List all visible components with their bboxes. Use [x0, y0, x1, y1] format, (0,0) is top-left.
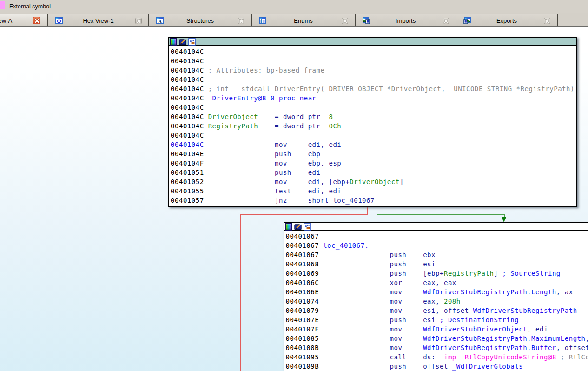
tab-bar: IDA View-A Hex View-1	[0, 13, 588, 27]
node-group-icon[interactable]	[304, 223, 311, 231]
disassembly-line[interactable]: 0040104C ; Attributes: bp-based frame	[171, 66, 576, 75]
external-symbol-color-swatch	[0, 1, 5, 9]
edge-not-taken-segment	[240, 214, 368, 215]
disassembly-line[interactable]: 0040104C	[171, 56, 576, 66]
disassembly-line[interactable]: 00401068 push esi	[286, 259, 588, 269]
disassembly-line[interactable]: 0040106C xor eax, eax	[286, 278, 588, 287]
tab-label: Structures	[149, 17, 251, 24]
disassembly-line[interactable]: 00401067 loc_401067:	[286, 241, 588, 250]
close-icon[interactable]	[544, 18, 551, 25]
disassembly-line[interactable]: 0040107E push esi ; DestinationString	[286, 315, 588, 325]
disassembly-line[interactable]: 00401079 mov esi, offset WdfDriverStubRe…	[286, 306, 588, 315]
disassembly-line[interactable]: 0040104C RegistryPath = dword ptr 0Ch	[171, 121, 576, 131]
disassembly-line[interactable]: 0040106E mov WdfDriverStubRegistryPath.L…	[286, 287, 588, 297]
disassembly-line[interactable]: 0040109B push offset _WdfDriverGlobals	[286, 362, 588, 371]
disassembly-line[interactable]: 0040104C ; int __stdcall DriverEntry(_DR…	[171, 84, 576, 93]
disassembly-line[interactable]: 00401052 mov edi, [ebp+DriverObject]	[171, 177, 576, 186]
disassembly-line[interactable]: 0040104C mov edi, edi	[171, 140, 576, 149]
close-icon[interactable]	[238, 18, 245, 25]
disassembly-line[interactable]: 0040104C	[171, 47, 576, 56]
tab-label: Enums	[252, 17, 355, 24]
graph-canvas[interactable]: 0040104C0040104C0040104C ; Attributes: b…	[0, 27, 588, 371]
tab-label: Exports	[456, 17, 557, 24]
disassembly-line[interactable]: 0040104E push ebp	[171, 149, 576, 159]
disassembly-listing[interactable]: 0040106700401067 loc_401067:00401067 pus…	[284, 231, 588, 371]
node-edit-icon[interactable]	[179, 38, 186, 46]
basic-block-driverentry[interactable]: 0040104C0040104C0040104C ; Attributes: b…	[168, 37, 577, 207]
block-title-bar[interactable]	[169, 38, 576, 46]
disassembly-line[interactable]: 0040104C DriverObject = dword ptr 8	[171, 112, 576, 121]
edge-taken-segment	[377, 214, 505, 215]
disassembly-line[interactable]: 0040104C _DriverEntry@8_0 proc near	[171, 93, 576, 103]
disassembly-line[interactable]: 00401067	[286, 232, 588, 241]
tab-exports[interactable]: Exports	[456, 14, 558, 26]
disassembly-line[interactable]: 00401095 call ds:__imp__RtlCopyUnicodeSt…	[286, 352, 588, 362]
block-title-bar[interactable]	[284, 223, 588, 231]
close-icon[interactable]	[342, 18, 349, 25]
disassembly-line[interactable]: 0040108B mov WdfDriverStubRegistryPath.B…	[286, 343, 588, 352]
node-color-icon[interactable]	[170, 38, 177, 46]
legend-label: External symbol	[9, 3, 51, 10]
node-color-icon[interactable]	[285, 223, 292, 231]
disassembly-line[interactable]: 00401055 test edi, edi	[171, 186, 576, 196]
disassembly-line[interactable]: 00401067 push ebx	[286, 250, 588, 259]
disassembly-line[interactable]: 00401051 push edi	[171, 168, 576, 177]
edge-not-taken-segment	[240, 214, 241, 371]
disassembly-line[interactable]: 0040104C	[171, 103, 576, 112]
disassembly-line[interactable]: 00401074 mov eax, 208h	[286, 297, 588, 306]
close-icon[interactable]	[135, 18, 142, 25]
tab-ida-view-a[interactable]: IDA View-A	[0, 14, 48, 26]
disassembly-listing[interactable]: 0040104C0040104C0040104C ; Attributes: b…	[169, 46, 576, 205]
disassembly-line[interactable]: 0040104C	[171, 131, 576, 140]
node-group-icon[interactable]	[188, 38, 196, 46]
legend-strip: External symbol	[0, 0, 588, 13]
node-edit-icon[interactable]	[294, 223, 302, 231]
close-icon[interactable]	[443, 18, 449, 25]
disassembly-line[interactable]: 00401085 mov WdfDriverStubRegistryPath.M…	[286, 334, 588, 343]
disassembly-line[interactable]: 0040104C	[171, 75, 576, 84]
disassembly-line[interactable]: 00401057 jnz short loc_401067	[171, 196, 576, 205]
tab-structures[interactable]: A Structures	[149, 14, 252, 26]
basic-block-loc-401067[interactable]: 0040106700401067 loc_401067:00401067 pus…	[284, 222, 588, 371]
tab-label: Hex View-1	[48, 17, 148, 24]
disassembly-line[interactable]: 00401069 push [ebp+RegistryPath] ; Sourc…	[286, 269, 588, 278]
disassembly-line[interactable]: 0040104F mov ebp, esp	[171, 159, 576, 168]
tab-enums[interactable]: Enums	[252, 14, 356, 26]
tab-imports[interactable]: Imports	[356, 14, 456, 26]
close-icon[interactable]	[33, 17, 40, 24]
tab-label: Imports	[356, 17, 456, 24]
disassembly-line[interactable]: 0040107F mov WdfDriverStubDriverObject, …	[286, 325, 588, 334]
tab-hex-view-1[interactable]: Hex View-1	[48, 14, 149, 26]
